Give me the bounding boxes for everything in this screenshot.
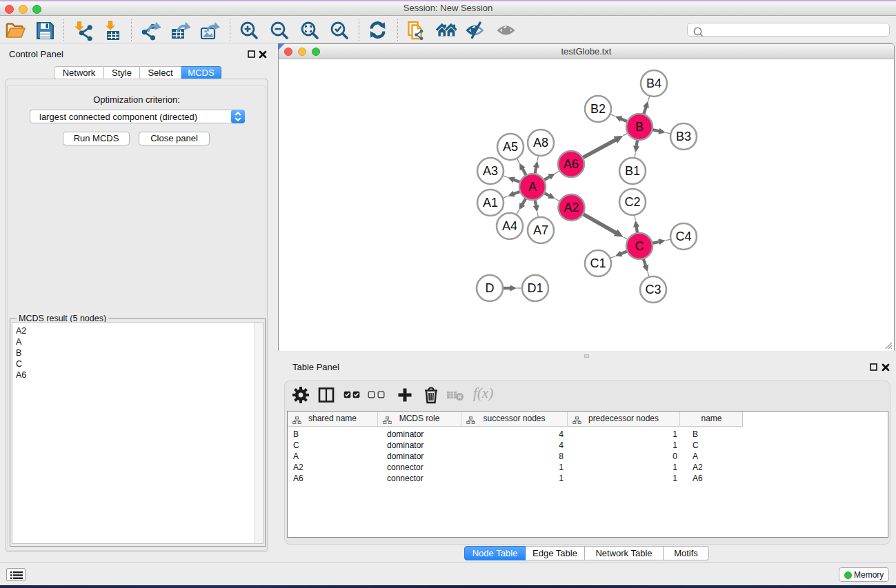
svg-text:A3: A3 (483, 164, 498, 178)
svg-text:C3: C3 (645, 283, 661, 296)
svg-text:A7: A7 (533, 223, 548, 237)
svg-text:A: A (528, 180, 537, 194)
svg-text:D: D (486, 281, 495, 295)
svg-text:D1: D1 (527, 281, 543, 295)
svg-text:B: B (635, 120, 644, 134)
svg-text:A8: A8 (533, 136, 548, 150)
svg-text:C: C (635, 239, 644, 253)
svg-text:B2: B2 (590, 102, 606, 116)
svg-text:A6: A6 (564, 157, 579, 171)
svg-text:B3: B3 (676, 130, 691, 143)
svg-text:C4: C4 (675, 230, 691, 243)
svg-text:C1: C1 (590, 256, 606, 270)
svg-text:B1: B1 (625, 164, 640, 178)
svg-text:C2: C2 (624, 195, 640, 209)
svg-text:A2: A2 (564, 201, 579, 214)
svg-text:A5: A5 (503, 140, 518, 154)
svg-text:B4: B4 (646, 77, 661, 90)
svg-text:A4: A4 (502, 219, 517, 233)
svg-text:A1: A1 (483, 196, 498, 210)
